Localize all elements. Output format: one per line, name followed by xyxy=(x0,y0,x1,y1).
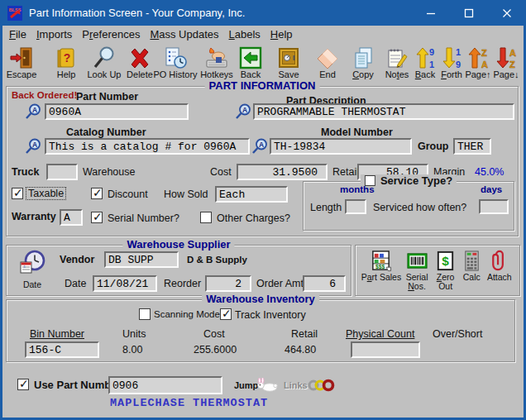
part-number-lookup-button[interactable]: A xyxy=(25,103,41,120)
toolbar-button-copy[interactable]: Copy xyxy=(347,45,379,83)
attach-button[interactable]: Attach xyxy=(485,250,514,291)
bin-number-input[interactable] xyxy=(25,341,99,358)
retail-value: 464.80 xyxy=(285,344,316,356)
truck-label: Truck xyxy=(12,166,39,178)
part-description-input[interactable] xyxy=(253,103,514,120)
toolbar-button-save[interactable]: Save xyxy=(274,45,304,83)
use-part-number-input[interactable] xyxy=(108,376,222,394)
page-down-arrow-icon: AZ xyxy=(495,45,518,69)
calc-button[interactable]: Calc xyxy=(459,250,485,291)
use-part-number-checkbox[interactable] xyxy=(17,379,29,390)
part-information-title: PART INFORMATION xyxy=(205,79,320,92)
how-sold-input[interactable] xyxy=(215,186,288,203)
model-number-lookup-button[interactable]: A xyxy=(251,138,268,155)
toolbar-button-help[interactable]: ? Help xyxy=(49,45,84,83)
part-number-input[interactable] xyxy=(45,103,189,120)
toolbar-button-look-up[interactable]: Look Up xyxy=(84,45,124,83)
supplier-date-label: Date xyxy=(65,278,86,289)
menu-labels[interactable]: Labels xyxy=(224,26,265,42)
part-actions-panel: $$$ Part Sales Serial Nos. $ Zero Out Ca… xyxy=(355,245,520,296)
serviced-how-often-input[interactable] xyxy=(479,199,509,214)
vendor-label: Vendor xyxy=(60,254,94,265)
group-label: Group xyxy=(418,141,449,152)
truck-input[interactable] xyxy=(46,164,78,180)
green-back-arrow-icon xyxy=(239,45,262,69)
back-ordered-flag: Back Ordered! xyxy=(12,90,77,100)
menu-help[interactable]: Help xyxy=(265,26,298,42)
toolbar-button-page-down[interactable]: AZ Page↓ xyxy=(490,45,523,83)
chain-rings-icon xyxy=(307,379,337,395)
paperclip-icon xyxy=(488,250,510,272)
svg-text:?: ? xyxy=(64,51,71,64)
model-number-input[interactable] xyxy=(270,138,412,155)
serviced-how-often-label: Serviced how often? xyxy=(373,202,466,213)
scanning-mode-checkbox[interactable] xyxy=(139,308,151,320)
how-sold-label: How Sold xyxy=(164,189,208,200)
serial-numbers-button[interactable]: Serial Nos. xyxy=(402,250,432,291)
menu-preferences[interactable]: Preferences xyxy=(77,26,145,42)
notepad-pencil-icon xyxy=(385,45,409,69)
vendor-input[interactable] xyxy=(104,251,179,268)
track-inventory-checkbox[interactable] xyxy=(220,308,232,320)
discount-checkbox[interactable] xyxy=(91,188,103,199)
toolbar-button-po-history[interactable]: PO History xyxy=(151,45,199,83)
part-sales-button[interactable]: $$$ Part Sales xyxy=(361,250,402,291)
svg-text:1: 1 xyxy=(456,47,461,57)
toolbar-button-record-back[interactable]: 91 Back xyxy=(411,45,439,83)
group-input[interactable] xyxy=(453,138,491,155)
help-book-icon: ? xyxy=(55,45,78,69)
svg-text:Z: Z xyxy=(509,60,515,69)
track-inventory-label: Track Inventory xyxy=(235,309,306,321)
warranty-input[interactable] xyxy=(60,209,83,226)
links-label: Links xyxy=(284,380,308,390)
reorder-input[interactable] xyxy=(205,275,251,292)
catalog-number-input[interactable] xyxy=(45,138,250,155)
toolbar-button-end[interactable]: End xyxy=(313,45,342,83)
window-title: Part Information Screen - Your Company, … xyxy=(29,7,245,19)
physical-count-input[interactable] xyxy=(351,341,420,358)
menu-imports[interactable]: Imports xyxy=(31,26,77,42)
clock-calendar-icon: 1 xyxy=(18,250,46,278)
catalog-number-lookup-button[interactable]: A xyxy=(25,138,41,155)
part-information-window: BLSS Part Information Screen - Your Comp… xyxy=(0,0,526,420)
taxable-label: Taxable xyxy=(26,188,65,199)
column-bin-number[interactable]: Bin Number xyxy=(30,328,84,340)
supplier-date-input[interactable] xyxy=(93,275,157,292)
order-amt-input[interactable] xyxy=(303,275,346,292)
date-button-label: Date xyxy=(15,281,50,289)
eraser-icon xyxy=(316,45,339,69)
taxable-checkbox[interactable] xyxy=(12,188,23,199)
magnifier-a-icon: A xyxy=(25,103,41,120)
red-x-icon xyxy=(128,45,151,69)
clipboard-clock-icon xyxy=(164,45,187,69)
magnifier-a-icon: A xyxy=(235,103,251,120)
column-physical-count[interactable]: Physical Count xyxy=(346,328,414,340)
copy-documents-icon xyxy=(351,45,375,69)
menu-file[interactable]: File xyxy=(4,26,31,42)
zero-out-button[interactable]: $ Zero Out xyxy=(432,250,459,291)
close-button[interactable] xyxy=(488,0,526,26)
toolbar-button-hotkeys[interactable]: Hotkeys xyxy=(197,45,237,83)
maximize-button[interactable] xyxy=(450,0,488,26)
rabbit-icon[interactable] xyxy=(256,378,279,395)
part-information-section: PART INFORMATION Back Ordered! Part Numb… xyxy=(6,86,519,236)
blss-logo-icon: BLSS xyxy=(7,6,22,21)
minimize-button[interactable] xyxy=(412,0,450,26)
other-charges-checkbox[interactable] xyxy=(200,212,212,223)
jump-button[interactable]: Jump xyxy=(234,380,258,390)
toolbar: Escape ? Help Look Up Delete PO History … xyxy=(2,44,524,84)
serial-number-checkbox[interactable] xyxy=(91,212,103,223)
date-button[interactable]: 1 Date xyxy=(15,250,50,289)
length-label: Length xyxy=(310,202,342,213)
order-amt-label: Order Amt xyxy=(256,278,304,289)
days-label: days xyxy=(481,184,502,194)
length-input[interactable] xyxy=(345,199,366,214)
toolbar-button-notes[interactable]: Notes xyxy=(380,45,414,83)
minimize-icon xyxy=(426,8,436,18)
toolbar-button-back-screen[interactable]: Back xyxy=(236,45,265,83)
toolbar-button-escape[interactable]: Escape xyxy=(2,45,41,83)
part-description-lookup-button[interactable]: A xyxy=(235,103,251,120)
svg-text:$$$: $$$ xyxy=(375,264,385,270)
cost-input[interactable] xyxy=(237,164,328,180)
menu-mass-updates[interactable]: Mass Updates xyxy=(145,26,223,42)
